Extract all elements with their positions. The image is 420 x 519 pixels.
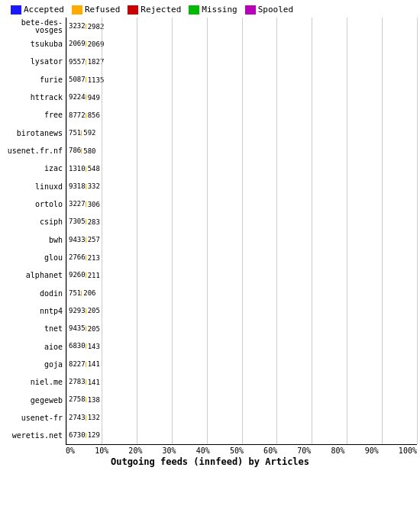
- y-axis-label: tsukuba: [3, 35, 63, 53]
- y-axis-label: weretis.net: [3, 427, 63, 445]
- grid-line: [172, 18, 173, 444]
- legend-color-box: [11, 5, 21, 15]
- y-axis-label: glou: [3, 249, 63, 266]
- y-axis-label: csiph: [3, 214, 63, 231]
- grid-line: [66, 18, 67, 444]
- bar-accepted: 2766: [66, 255, 86, 260]
- x-axis-label: 60%: [263, 446, 277, 455]
- bar-accepted: 1310: [66, 166, 86, 171]
- bar-accepted: 9557: [66, 59, 86, 64]
- segment-refused: [86, 166, 86, 172]
- bar-value-label: 786: [69, 147, 81, 154]
- x-axis-labels: 0%10%20%30%40%50%60%70%80%90%100%: [66, 445, 417, 455]
- x-axis-label: 90%: [365, 446, 379, 455]
- bar-accepted: 3227: [66, 201, 86, 207]
- bar-value-label: 132: [88, 414, 100, 421]
- bar-value-label: 9224: [69, 93, 86, 101]
- segment-refused: [86, 24, 86, 29]
- bar-value-label: 2783: [69, 378, 86, 385]
- segment-refused: [86, 255, 86, 260]
- bar-value-label: 2069: [69, 40, 86, 47]
- grid-line: [312, 18, 312, 444]
- segment-refused: [86, 415, 86, 421]
- bar-refused: 132: [86, 415, 100, 421]
- segment-refused: [86, 397, 86, 402]
- legend-color-box: [189, 5, 199, 15]
- x-axis-label: 50%: [230, 446, 244, 455]
- bar-value-label: 143: [88, 343, 100, 350]
- y-axis-label: furie: [3, 71, 63, 89]
- segment-refused: [86, 113, 86, 118]
- bar-value-label: 1310: [69, 165, 86, 172]
- grid-line: [417, 18, 418, 444]
- bar-value-label: 9318: [69, 182, 86, 190]
- segment-refused: [81, 131, 82, 136]
- y-axis-label: bwh: [3, 231, 63, 249]
- bar-value-label: 257: [88, 236, 100, 243]
- grid-line: [207, 18, 208, 444]
- bar-accepted: 751: [66, 290, 81, 295]
- bar-accepted: 751: [66, 130, 81, 135]
- grid-line: [102, 18, 102, 444]
- bar-refused: 211: [86, 272, 100, 278]
- y-axis-label: aioe: [3, 338, 63, 356]
- bar-accepted: 5087: [66, 77, 86, 82]
- bar-refused: 283: [86, 219, 100, 224]
- grid-line: [382, 18, 383, 444]
- bar-value-label: 2758: [69, 395, 86, 403]
- bar-accepted: 2743: [66, 414, 86, 420]
- legend-item: Accepted: [11, 5, 64, 15]
- bar-refused: 580: [81, 148, 95, 153]
- bar-accepted: 3232: [66, 24, 86, 29]
- legend-label: Refused: [85, 5, 120, 15]
- legend-color-box: [245, 5, 256, 15]
- y-axis-label: tnet: [3, 321, 63, 338]
- bar-value-label: 206: [83, 289, 95, 297]
- segment-refused: [86, 184, 86, 189]
- bar-accepted: 9433: [66, 237, 86, 242]
- bar-accepted: 786: [66, 148, 81, 153]
- segment-refused: [86, 41, 86, 47]
- bar-value-label: 2743: [69, 414, 86, 421]
- legend-label: Spooled: [258, 5, 293, 15]
- bar-value-label: 592: [83, 129, 95, 137]
- legend-item: Missing: [189, 5, 237, 15]
- bar-refused: 949: [86, 95, 100, 100]
- y-axis-label: alphanet: [3, 267, 63, 285]
- segment-refused: [86, 95, 86, 100]
- bar-refused: 205: [86, 326, 100, 331]
- bar-value-label: 283: [88, 218, 100, 226]
- legend-item: Refused: [72, 5, 120, 15]
- bar-refused: 306: [86, 201, 100, 207]
- bar-value-label: 6830: [69, 342, 86, 350]
- bar-refused: 143: [86, 343, 100, 349]
- bar-value-label: 306: [88, 201, 100, 208]
- bar-refused: 332: [86, 184, 100, 189]
- y-axis-label: httrack: [3, 89, 63, 106]
- segment-refused: [86, 219, 86, 224]
- bar-refused: 213: [86, 255, 100, 260]
- x-axis-label: 80%: [331, 446, 344, 455]
- legend-color-box: [128, 5, 138, 15]
- bar-accepted: 2758: [66, 397, 86, 402]
- bar-value-label: 548: [88, 165, 100, 172]
- segment-refused: [81, 148, 82, 153]
- segment-refused: [86, 343, 86, 349]
- segment-refused: [86, 379, 86, 385]
- bar-refused: 129: [86, 433, 100, 438]
- bar-accepted: 9260: [66, 272, 86, 278]
- x-axis-label: 30%: [163, 446, 176, 455]
- segment-refused: [86, 362, 86, 367]
- bars-area: 3232298220692069955718275087113592249498…: [66, 18, 417, 445]
- segment-refused: [86, 60, 86, 65]
- bar-value-label: 9435: [69, 324, 86, 332]
- y-axis-label: bete-des-vosges: [3, 18, 63, 35]
- bar-accepted: 2783: [66, 379, 86, 385]
- bar-accepted: 8772: [66, 112, 86, 118]
- y-axis-label: linuxd: [3, 178, 63, 195]
- bar-value-label: 129: [88, 431, 100, 439]
- bar-value-label: 205: [88, 325, 100, 333]
- y-axis-label: usenet.fr.nf: [3, 142, 63, 160]
- y-axis-label: goja: [3, 356, 63, 373]
- segment-refused: [86, 77, 86, 82]
